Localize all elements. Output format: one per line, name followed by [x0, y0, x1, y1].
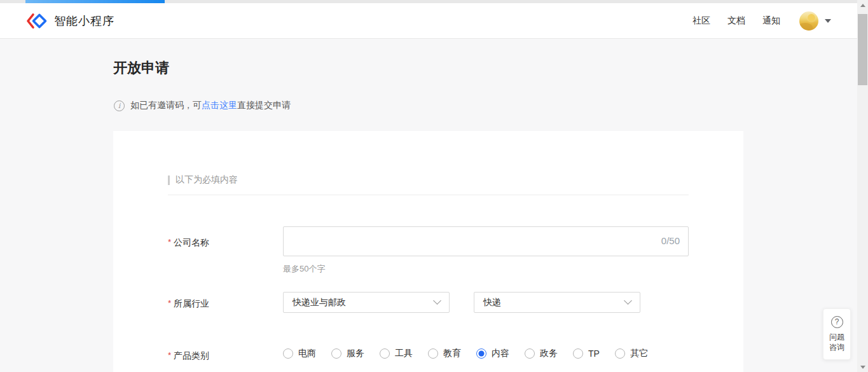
required-mark: *	[168, 298, 171, 308]
help-label-line1: 问题	[829, 332, 844, 342]
chevron-down-icon	[624, 296, 632, 305]
logo-icon	[26, 13, 48, 29]
info-icon: i	[114, 100, 125, 111]
radio-option-5[interactable]: 政务	[525, 348, 558, 359]
industry-secondary-select[interactable]: 快递	[474, 292, 640, 313]
application-form-card: 以下为必填内容 *公司名称 0/50 最多50个字 *所属行业 快递业与邮政 快…	[113, 131, 743, 372]
company-name-input[interactable]	[283, 226, 689, 256]
triangle-down-icon	[860, 366, 865, 369]
radio-circle-icon[interactable]	[573, 348, 583, 359]
industry-primary-value: 快递业与邮政	[293, 297, 434, 308]
radio-option-1[interactable]: 服务	[331, 348, 364, 359]
section-title: 以下为必填内容	[176, 174, 238, 186]
industry-label: *所属行业	[168, 298, 209, 310]
scrollbar-thumb[interactable]	[858, 14, 867, 85]
radio-option-label: 教育	[443, 348, 461, 359]
app-title: 智能小程序	[54, 13, 114, 29]
radio-option-label: TP	[588, 348, 600, 359]
radio-option-0[interactable]: 电商	[283, 348, 316, 359]
chevron-down-icon	[433, 296, 441, 305]
question-mark-icon: ?	[831, 316, 843, 328]
scrollbar-up-arrow[interactable]	[857, 0, 868, 10]
industry-primary-select[interactable]: 快递业与邮政	[283, 292, 450, 313]
required-mark: *	[168, 237, 171, 247]
radio-option-2[interactable]: 工具	[380, 348, 413, 359]
radio-option-label: 电商	[298, 348, 316, 359]
industry-secondary-value: 快递	[483, 297, 625, 308]
radio-circle-icon[interactable]	[331, 348, 341, 359]
page-title: 开放申请	[113, 59, 169, 78]
scrollbar-down-arrow[interactable]	[857, 362, 868, 372]
radio-circle-icon[interactable]	[615, 348, 625, 359]
help-label-line2: 咨询	[829, 342, 844, 352]
company-name-hint: 最多50个字	[283, 263, 325, 275]
chevron-down-icon[interactable]	[825, 19, 831, 23]
company-name-field: 0/50	[283, 226, 689, 256]
radio-option-3[interactable]: 教育	[428, 348, 461, 359]
radio-option-label: 工具	[395, 348, 413, 359]
radio-circle-icon[interactable]	[428, 348, 438, 359]
app-logo[interactable]: 智能小程序	[26, 13, 114, 29]
notice-text-prefix: 如已有邀请码，可	[130, 100, 202, 111]
nav-docs[interactable]: 文档	[727, 15, 745, 27]
radio-circle-icon[interactable]	[525, 348, 535, 359]
radio-option-label: 其它	[630, 348, 648, 359]
help-widget[interactable]: ? 问题 咨询	[823, 308, 851, 360]
company-name-label: *公司名称	[168, 237, 209, 249]
radio-option-4[interactable]: 内容	[476, 348, 509, 359]
radio-option-7[interactable]: 其它	[615, 348, 648, 359]
section-divider	[168, 195, 689, 195]
triangle-up-icon	[860, 4, 865, 7]
radio-circle-icon[interactable]	[476, 348, 486, 359]
page-loading-track	[0, 0, 857, 3]
nav-notifications[interactable]: 通知	[762, 15, 780, 27]
radio-circle-icon[interactable]	[380, 348, 390, 359]
radio-circle-icon[interactable]	[283, 348, 293, 359]
avatar[interactable]	[799, 11, 818, 31]
product-category-label: *产品类别	[168, 350, 209, 362]
invite-code-notice: i 如已有邀请码，可点击这里直接提交申请	[114, 100, 291, 111]
required-mark: *	[168, 350, 171, 360]
notice-text-suffix: 直接提交申请	[237, 100, 291, 111]
top-header: 智能小程序 社区 文档 通知	[0, 3, 857, 39]
nav-community[interactable]: 社区	[692, 15, 710, 27]
radio-option-label: 服务	[347, 348, 364, 359]
click-here-link[interactable]: 点击这里	[202, 100, 237, 111]
page-loading-bar	[25, 0, 165, 3]
product-category-radio-group: 电商服务工具教育内容政务TP其它	[283, 348, 648, 359]
vertical-scrollbar[interactable]	[857, 0, 868, 372]
radio-option-label: 内容	[492, 348, 509, 359]
main-content: 开放申请 i 如已有邀请码，可点击这里直接提交申请 以下为必填内容 *公司名称 …	[0, 39, 857, 372]
radio-option-label: 政务	[540, 348, 558, 359]
radio-option-6[interactable]: TP	[573, 348, 600, 359]
section-marker-bar	[168, 176, 170, 185]
